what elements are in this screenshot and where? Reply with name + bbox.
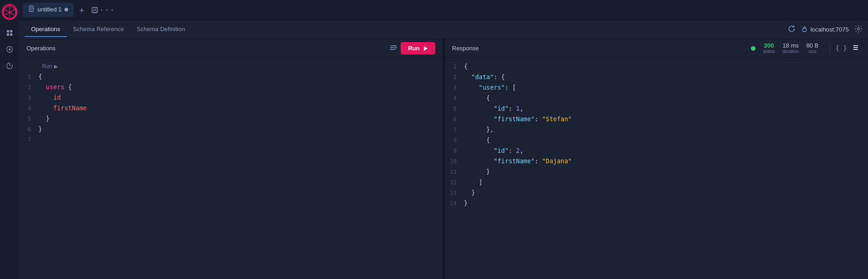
- add-tab-button[interactable]: +: [75, 4, 88, 16]
- operations-code-lines: 1{2 users {3 id4 firstName5 }6}7: [19, 71, 443, 145]
- size-label: size: [808, 49, 816, 54]
- table-row: 6}: [19, 124, 443, 134]
- table-row: 1{: [445, 61, 868, 72]
- refresh-button[interactable]: [788, 25, 796, 35]
- tab-untitled1[interactable]: untitled 1: [23, 3, 74, 17]
- svg-rect-5: [7, 30, 9, 32]
- line-number: 1: [19, 72, 38, 82]
- svg-line-24: [395, 48, 396, 48]
- run-button[interactable]: Run: [401, 42, 435, 54]
- more-tabs-button[interactable]: ···: [101, 4, 114, 16]
- status-label: status: [763, 49, 775, 54]
- line-content: {: [38, 71, 443, 81]
- line-content: "firstName": "Stefan": [464, 114, 868, 124]
- svg-rect-28: [853, 49, 858, 50]
- operations-panel-header: Operations Run: [19, 39, 443, 58]
- app-logo[interactable]: [1, 4, 18, 20]
- line-content: "id": 2,: [464, 145, 868, 156]
- sidebar-icon-explorer[interactable]: [2, 42, 17, 57]
- table-row: 10 "firstName": "Dajana": [445, 156, 868, 166]
- line-number: 5: [445, 104, 464, 114]
- response-raw-button[interactable]: { }: [834, 43, 849, 53]
- format-button[interactable]: [390, 44, 397, 53]
- operations-panel-title: Operations: [27, 45, 56, 52]
- line-content: },: [464, 124, 868, 134]
- line-number: 12: [445, 177, 464, 188]
- line-number: 1: [445, 62, 464, 72]
- table-row: 12 ]: [445, 177, 868, 188]
- response-view-buttons: { }: [830, 43, 861, 53]
- size-value: 80 B: [806, 42, 819, 49]
- tab-bar: untitled 1 + ···: [19, 0, 868, 20]
- sidebar-icon-pages[interactable]: [2, 26, 17, 40]
- response-list-button[interactable]: [851, 43, 861, 53]
- table-row: 1{: [19, 71, 443, 82]
- line-content: ]: [464, 177, 868, 187]
- table-row: 7 },: [445, 124, 868, 135]
- svg-marker-25: [424, 46, 428, 51]
- content-area: Operations Run Run ▶ 1{2 user: [19, 39, 868, 279]
- line-number: 4: [19, 103, 38, 113]
- run-play-icon: ▶: [54, 64, 58, 70]
- svg-point-19: [857, 27, 860, 30]
- sub-nav-right: localhost:7075: [788, 25, 863, 35]
- svg-rect-8: [10, 33, 12, 36]
- line-number: 5: [19, 114, 38, 124]
- subnav-schema-reference[interactable]: Schema Reference: [67, 22, 130, 37]
- panel-actions: Run: [390, 42, 435, 54]
- svg-rect-26: [853, 45, 858, 46]
- line-content: }: [464, 198, 868, 208]
- line-number: 14: [445, 199, 464, 209]
- line-number: 8: [445, 135, 464, 145]
- settings-button[interactable]: [854, 25, 863, 35]
- table-row: 14}: [445, 198, 868, 209]
- response-code-area[interactable]: 1{2 "data": {3 "users": [4 {5 "id": 1,6 …: [445, 58, 868, 279]
- table-row: 7: [19, 134, 443, 145]
- response-code-lines: 1{2 "data": {3 "users": [4 {5 "id": 1,6 …: [445, 61, 868, 209]
- table-row: 4 firstName: [19, 103, 443, 113]
- table-row: 5 }: [19, 113, 443, 124]
- tab-unsaved-indicator: [64, 8, 68, 11]
- endpoint-url[interactable]: localhost:7075: [810, 26, 849, 33]
- line-content: {: [464, 135, 868, 145]
- line-content: {: [464, 61, 868, 71]
- svg-rect-18: [803, 28, 806, 32]
- line-number: 7: [19, 134, 38, 145]
- duration-label: duration: [782, 49, 799, 54]
- line-content: "firstName": "Dajana": [464, 156, 868, 166]
- subnav-schema-definition[interactable]: Schema Definition: [130, 22, 192, 37]
- svg-rect-7: [7, 33, 9, 36]
- svg-rect-27: [853, 47, 858, 48]
- subnav-operations[interactable]: Operations: [25, 22, 67, 37]
- line-content: "id": 1,: [464, 103, 868, 113]
- line-number: 7: [445, 125, 464, 135]
- sub-nav: Operations Schema Reference Schema Defin…: [19, 20, 868, 39]
- line-content: "data": {: [464, 72, 868, 82]
- main-area: untitled 1 + ··· Operations Schema Refer…: [19, 0, 868, 279]
- table-row: 3 id: [19, 92, 443, 103]
- line-number: 2: [19, 82, 38, 92]
- table-row: 13 }: [445, 188, 868, 198]
- table-row: 5 "id": 1,: [445, 103, 868, 114]
- tab-title: untitled 1: [38, 6, 62, 13]
- line-number: 10: [445, 156, 464, 166]
- table-row: 3 "users": [: [445, 82, 868, 93]
- line-number: 9: [445, 146, 464, 156]
- line-content: }: [38, 113, 443, 123]
- table-row: 2 "data": {: [445, 72, 868, 82]
- operations-code-area[interactable]: Run ▶ 1{2 users {3 id4 firstName5 }6}7: [19, 58, 443, 279]
- lock-icon: [801, 26, 808, 33]
- line-content: id: [38, 92, 443, 102]
- status-indicator: [751, 46, 755, 51]
- status-code: 200: [764, 42, 774, 49]
- duration-group: 18 ms duration: [782, 42, 799, 55]
- sidebar-icon-history[interactable]: [2, 59, 17, 73]
- file-icon: [28, 5, 35, 13]
- table-row: 11 }: [445, 166, 868, 177]
- response-panel-title: Response: [452, 45, 479, 52]
- right-panel: Response 200 status 18 ms duration 80 B …: [445, 39, 868, 279]
- table-row: 9 "id": 2,: [445, 145, 868, 156]
- line-number: 11: [445, 167, 464, 177]
- svg-rect-17: [93, 11, 96, 12]
- line-number: 3: [19, 93, 38, 103]
